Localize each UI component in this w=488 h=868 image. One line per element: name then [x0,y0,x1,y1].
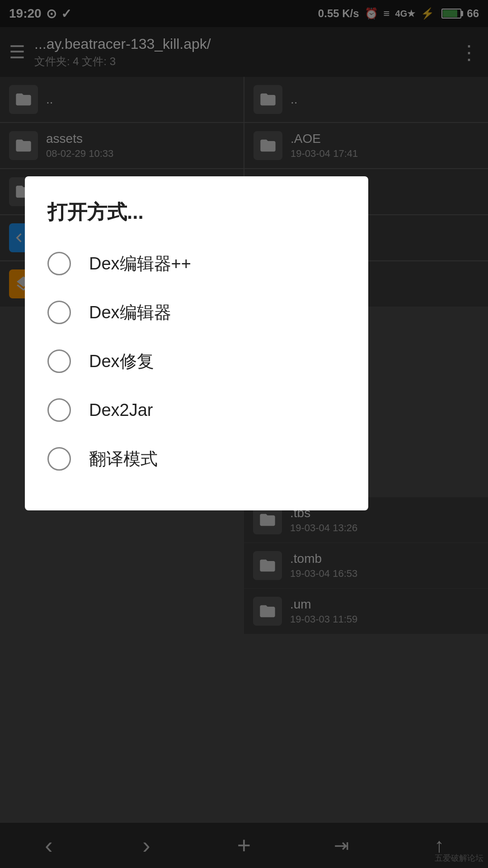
radio-button-dex-editor-plus[interactable] [47,252,71,275]
option-dex-repair[interactable]: Dex修复 [47,337,346,386]
option-dex-editor-plus[interactable]: Dex编辑器++ [47,239,346,288]
option-label-dex-editor-plus: Dex编辑器++ [89,252,191,275]
option-label-translate-mode: 翻译模式 [89,448,158,471]
option-dex2jar[interactable]: Dex2Jar [47,386,346,434]
option-label-dex2jar: Dex2Jar [89,401,153,420]
option-label-dex-editor: Dex编辑器 [89,301,171,324]
radio-button-dex2jar[interactable] [47,398,71,422]
option-translate-mode[interactable]: 翻译模式 [47,434,346,483]
radio-button-translate-mode[interactable] [47,447,71,471]
option-label-dex-repair: Dex修复 [89,350,154,373]
radio-button-dex-repair[interactable] [47,349,71,373]
dialog-title: 打开方式... [47,199,346,226]
radio-button-dex-editor[interactable] [47,301,71,324]
open-with-dialog: 打开方式... Dex编辑器++ Dex编辑器 Dex修复 Dex2Jar 翻译… [25,176,368,510]
option-dex-editor[interactable]: Dex编辑器 [47,288,346,337]
